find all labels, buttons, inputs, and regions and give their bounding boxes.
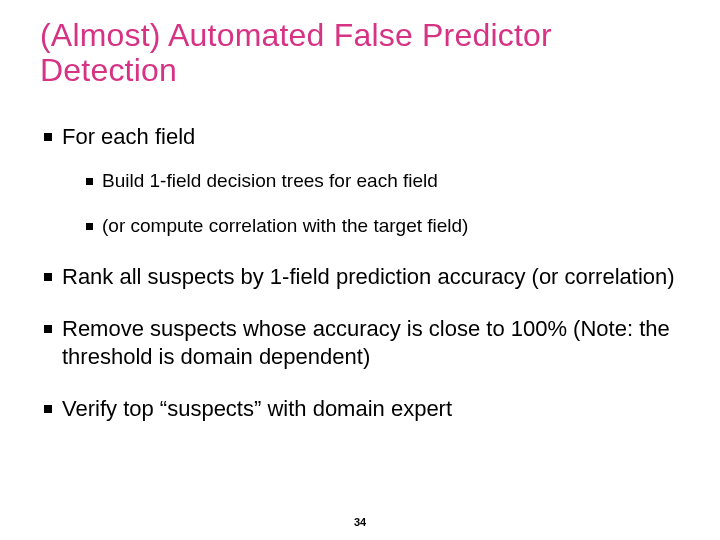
list-item: (or compute correlation with the target … [86,214,680,239]
list-item-text: Rank all suspects by 1-field prediction … [62,264,675,289]
list-item-text: Verify top “suspects” with domain expert [62,396,452,421]
slide-title: (Almost) Automated False Predictor Detec… [40,18,680,87]
bullet-list: For each field Build 1-field decision tr… [40,123,680,423]
slide: (Almost) Automated False Predictor Detec… [0,0,720,540]
list-item-text: Remove suspects whose accuracy is close … [62,316,670,369]
list-item: Remove suspects whose accuracy is close … [44,315,680,371]
list-item: Verify top “suspects” with domain expert [44,395,680,423]
list-item: Build 1-field decision trees for each fi… [86,169,680,194]
page-number: 34 [0,516,720,528]
list-item-text: For each field [62,124,195,149]
list-item-text: (or compute correlation with the target … [102,215,468,236]
list-item: For each field Build 1-field decision tr… [44,123,680,239]
list-item-text: Build 1-field decision trees for each fi… [102,170,438,191]
bullet-sublist: Build 1-field decision trees for each fi… [62,169,680,238]
list-item: Rank all suspects by 1-field prediction … [44,263,680,291]
